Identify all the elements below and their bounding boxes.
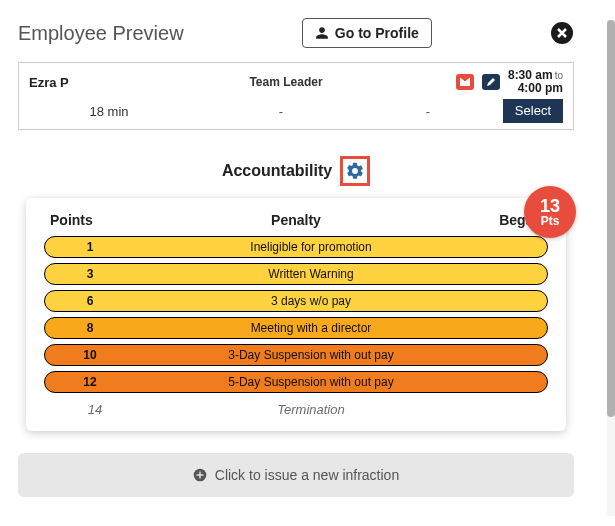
- employee-col-2: -: [373, 104, 483, 119]
- penalty-tier-row: 103-Day Suspension with out pay: [44, 344, 548, 366]
- penalty-tier-row: 125-Day Suspension with out pay: [44, 371, 548, 393]
- select-button[interactable]: Select: [503, 99, 563, 123]
- mail-icon[interactable]: [456, 74, 474, 90]
- employee-col-1: -: [189, 104, 373, 119]
- shift-start: 8:30 am: [508, 68, 553, 82]
- penalty-tier-row: 1Ineligible for promotion: [44, 236, 548, 258]
- penalty-tier-row: 3Written Warning: [44, 263, 548, 285]
- user-icon: [315, 26, 329, 40]
- current-points-value: 13: [540, 197, 560, 215]
- tier-penalty: Ineligible for promotion: [135, 240, 487, 254]
- tier-points: 6: [45, 294, 135, 308]
- issue-infraction-label: Click to issue a new infraction: [215, 467, 399, 483]
- tier-penalty: 3 days w/o pay: [135, 294, 487, 308]
- page-title: Employee Preview: [18, 22, 184, 45]
- shift-end: 4:00 pm: [508, 82, 563, 95]
- edit-icon[interactable]: [482, 74, 500, 90]
- tier-penalty: Written Warning: [135, 267, 487, 281]
- col-points: Points: [50, 212, 140, 228]
- termination-penalty: Termination: [140, 402, 482, 417]
- go-to-profile-label: Go to Profile: [335, 25, 419, 41]
- termination-points: 14: [50, 402, 140, 417]
- plus-circle-icon: [193, 468, 207, 482]
- tier-points: 10: [45, 348, 135, 362]
- tier-points: 1: [45, 240, 135, 254]
- tier-points: 12: [45, 375, 135, 389]
- issue-infraction-button[interactable]: Click to issue a new infraction: [18, 453, 574, 497]
- penalty-tier-row: 8Meeting with a director: [44, 317, 548, 339]
- accountability-column-headers: Points Penalty Began: [44, 210, 548, 236]
- employee-duration: 18 min: [29, 104, 189, 119]
- accountability-header: Accountability: [18, 156, 574, 186]
- shift-time: 8:30 amto 4:00 pm: [508, 69, 563, 95]
- accountability-settings-button[interactable]: [340, 156, 370, 186]
- shift-to-label: to: [555, 70, 563, 81]
- penalty-tier-list: 1Ineligible for promotion3Written Warnin…: [44, 236, 548, 393]
- tier-penalty: 5-Day Suspension with out pay: [135, 375, 487, 389]
- current-points-badge: 13 Pts: [524, 186, 576, 238]
- tier-penalty: Meeting with a director: [135, 321, 487, 335]
- go-to-profile-button[interactable]: Go to Profile: [302, 18, 432, 48]
- accountability-title: Accountability: [222, 162, 332, 180]
- current-points-unit: Pts: [541, 215, 560, 227]
- vertical-scrollbar[interactable]: [607, 20, 615, 516]
- penalty-termination-row: 14 Termination: [44, 398, 548, 417]
- penalty-tier-row: 63 days w/o pay: [44, 290, 548, 312]
- tier-points: 3: [45, 267, 135, 281]
- employee-name: Ezra P: [29, 75, 189, 90]
- gear-icon: [345, 161, 365, 181]
- col-penalty: Penalty: [140, 212, 452, 228]
- svg-rect-3: [196, 475, 203, 476]
- modal-header: Employee Preview Go to Profile: [18, 18, 574, 48]
- accountability-card: Points Penalty Began 1Ineligible for pro…: [26, 198, 566, 431]
- tier-points: 8: [45, 321, 135, 335]
- close-icon: [550, 21, 574, 45]
- employee-summary-card: Ezra P Team Leader 8:30 amto 4:00 pm: [18, 62, 574, 130]
- close-button[interactable]: [550, 21, 574, 45]
- tier-penalty: 3-Day Suspension with out pay: [135, 348, 487, 362]
- employee-role: Team Leader: [189, 75, 383, 89]
